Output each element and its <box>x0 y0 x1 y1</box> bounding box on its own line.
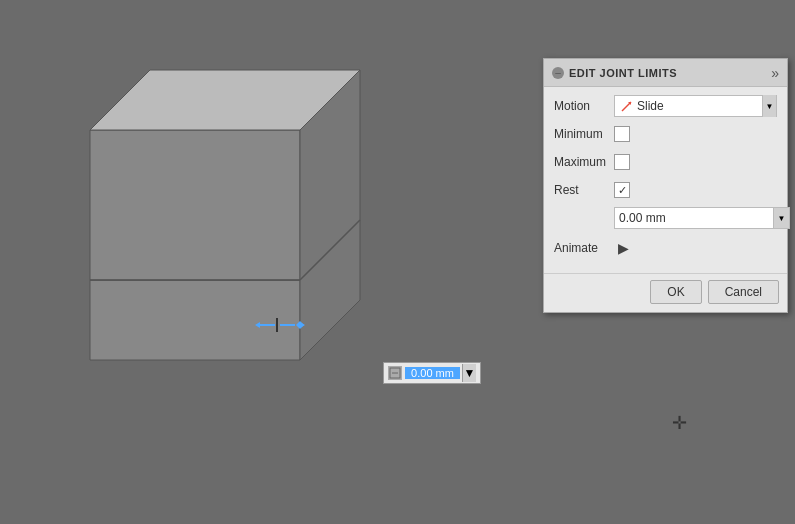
value-input-row: ▼ <box>554 207 777 229</box>
maximum-row: Maximum <box>554 151 777 173</box>
value-input-field[interactable] <box>614 207 774 229</box>
3d-box <box>20 30 390 430</box>
panel-header: – EDIT JOINT LIMITS » <box>544 59 787 87</box>
panel-title: EDIT JOINT LIMITS <box>569 67 677 79</box>
rest-control <box>614 182 777 198</box>
viewport-input-dropdown-button[interactable]: ▼ <box>462 364 476 382</box>
panel-body: Motion Slide ▼ Minimum <box>544 87 787 273</box>
rest-label: Rest <box>554 183 614 197</box>
svg-marker-13 <box>296 321 304 329</box>
cancel-button[interactable]: Cancel <box>708 280 779 304</box>
svg-marker-3 <box>90 130 300 280</box>
minimum-label: Minimum <box>554 127 614 141</box>
value-chevron-icon: ▼ <box>778 214 786 223</box>
motion-slide-icon <box>619 99 633 113</box>
minimum-row: Minimum <box>554 123 777 145</box>
edit-joint-limits-panel: – EDIT JOINT LIMITS » Motion Slide <box>543 58 788 313</box>
maximum-label: Maximum <box>554 155 614 169</box>
viewport-input-container[interactable]: ▼ <box>383 362 481 384</box>
motion-label: Motion <box>554 99 614 113</box>
motion-dropdown-arrow[interactable]: ▼ <box>762 95 776 117</box>
ok-button[interactable]: OK <box>650 280 701 304</box>
cursor-icon: ✛ <box>672 412 687 434</box>
maximum-checkbox[interactable] <box>614 154 630 170</box>
motion-row: Motion Slide ▼ <box>554 95 777 117</box>
viewport-input-icon <box>388 366 402 380</box>
rest-row: Rest <box>554 179 777 201</box>
chevron-down-icon: ▼ <box>464 366 476 380</box>
minimum-control <box>614 126 777 142</box>
value-unit-dropdown[interactable]: ▼ <box>774 207 790 229</box>
minimum-checkbox[interactable] <box>614 126 630 142</box>
animate-play-button[interactable]: ▶ <box>614 239 632 257</box>
joint-symbol <box>255 310 305 340</box>
animate-row: Animate ▶ <box>554 237 777 259</box>
maximum-control <box>614 154 777 170</box>
animate-control: ▶ <box>614 239 777 257</box>
chevron-icon: ▼ <box>766 102 774 111</box>
collapse-icon[interactable]: – <box>552 67 564 79</box>
value-input-container: ▼ <box>614 207 790 229</box>
motion-value: Slide <box>637 99 758 113</box>
panel-buttons: OK Cancel <box>544 273 787 312</box>
motion-dropdown[interactable]: Slide ▼ <box>614 95 777 117</box>
viewport-value-input[interactable] <box>405 367 460 379</box>
motion-control: Slide ▼ <box>614 95 777 117</box>
rest-checkbox[interactable] <box>614 182 630 198</box>
svg-marker-9 <box>255 322 260 328</box>
panel-header-left: – EDIT JOINT LIMITS <box>552 67 677 79</box>
animate-label: Animate <box>554 241 614 255</box>
more-icon[interactable]: » <box>771 65 779 81</box>
